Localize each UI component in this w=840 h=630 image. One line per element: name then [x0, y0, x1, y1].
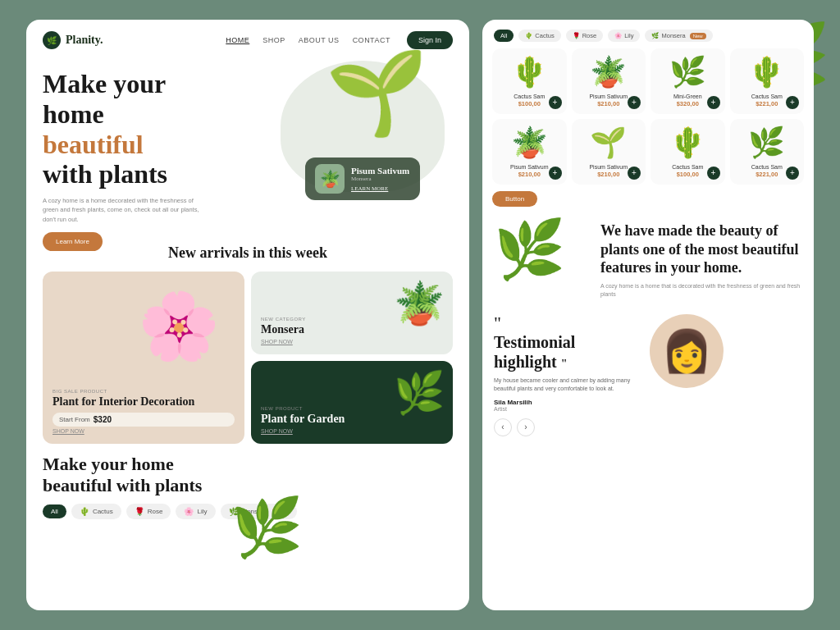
- top-filter-rose-icon: 🌹: [573, 32, 580, 39]
- product-card-0: 🌵 Cactus Sam $100,00 +: [492, 48, 567, 114]
- bottom-title-1: Make your home: [43, 454, 174, 474]
- hero-text: Make your home beautiful with plants A c…: [43, 69, 207, 251]
- testimonial-title: Testimonial highlight ": [494, 332, 641, 372]
- top-filter-monsera-label: Monsera: [661, 32, 685, 39]
- top-filter-rose[interactable]: 🌹 Rose: [566, 30, 604, 42]
- testimonial-prev-button[interactable]: ‹: [494, 418, 512, 436]
- product-img-7: 🌿: [735, 126, 800, 160]
- top-filter-cactus-label: Cactus: [535, 32, 554, 39]
- monsera-icon: 🌿: [229, 507, 239, 516]
- bottom-title-2: beautiful with plants: [43, 475, 202, 495]
- product-card-4: 🪴 Pisum Sativum $210,00 +: [492, 119, 567, 185]
- filter-tab-rose-label: Rose: [148, 508, 163, 515]
- add-btn-3[interactable]: +: [786, 96, 799, 109]
- add-btn-2[interactable]: +: [707, 96, 720, 109]
- product-card-1: 🪴 Pisum Sativum $210,00 +: [572, 48, 646, 114]
- add-btn-6[interactable]: +: [707, 167, 720, 180]
- brand-logo[interactable]: 🌿 Planity.: [43, 31, 103, 49]
- nav-shop[interactable]: SHOP: [262, 36, 285, 44]
- testimonial-next-button[interactable]: ›: [517, 418, 535, 436]
- testimonial-title-2: highlight: [494, 353, 557, 371]
- product-card-7: 🌿 Cactus Sam $221,00 +: [730, 119, 805, 185]
- product-card-6: 🌵 Cactus Sam $100,00 +: [651, 119, 725, 185]
- hero-description: A cozy home is a home decorated with the…: [43, 196, 207, 224]
- testimonial-nav: ‹ ›: [494, 418, 641, 436]
- hero-title-line3: with plants: [43, 159, 167, 189]
- bottom-section: Make your home beautiful with plants All…: [26, 444, 469, 526]
- price-value: $320: [94, 415, 112, 424]
- quote-close-icon: ": [561, 358, 568, 370]
- quote-open-icon: ": [494, 314, 641, 332]
- hero-title-line2: home: [43, 99, 104, 129]
- left-panel: 🌿 Planity. HOME SHOP ABOUT US CONTACT Si…: [26, 20, 469, 610]
- filter-tab-lily[interactable]: 🌸 Lily: [176, 504, 215, 519]
- arrival-badge-0: Big Sale Product: [52, 389, 235, 394]
- shop-now-2[interactable]: SHOP NOW: [261, 428, 443, 434]
- hero-title: Make your home beautiful with plants: [43, 69, 207, 189]
- beauty-description: A cozy home is a home that is decorated …: [600, 282, 802, 299]
- promo-area: Button: [482, 185, 814, 213]
- top-filter-cactus[interactable]: 🌵 Cactus: [518, 30, 560, 42]
- right-panel: All 🌵 Cactus 🌹 Rose 🌸 Lily 🌿 Monsera New: [482, 20, 814, 610]
- filter-tab-lily-label: Lily: [197, 508, 207, 515]
- filter-tab-rose[interactable]: 🌹 Rose: [126, 504, 171, 519]
- pisum-name: Pisum Sativum: [351, 166, 409, 176]
- brand-name: Planity.: [66, 34, 103, 47]
- top-filter-lily-label: Lily: [624, 32, 633, 39]
- hero-title-highlight: beautiful: [43, 130, 144, 159]
- nav-home[interactable]: HOME: [226, 36, 249, 44]
- filter-tabs: All 🌵 Cactus 🌹 Rose 🌸 Lily 🌿 Monsera: [43, 504, 453, 519]
- top-filter-monsera-icon: 🌿: [651, 32, 659, 39]
- arrivals-grid: 🌸 Big Sale Product Plant for Interior De…: [43, 272, 453, 444]
- price-badge: Start From $320: [52, 413, 235, 427]
- product-card-2: 🌿 Mini-Green $320,00 +: [651, 48, 725, 114]
- shop-now-0[interactable]: SHOP NOW: [52, 428, 235, 434]
- product-card-5: 🌱 Pisum Sativum $210,00 +: [572, 119, 646, 185]
- top-new-badge: New: [690, 33, 706, 39]
- arrival-name-0: Plant for Interior Decoration: [52, 395, 235, 409]
- rose-icon: 🌹: [135, 507, 144, 516]
- hero-title-line1: Make your: [43, 69, 166, 98]
- arrival-card-interior: 🌸 Big Sale Product Plant for Interior De…: [43, 272, 244, 444]
- pisum-learn-more[interactable]: LEARN MORE: [351, 185, 409, 192]
- top-filter-rose-label: Rose: [582, 32, 597, 39]
- testimonial-author: Sila Marsilih: [494, 399, 641, 406]
- learn-more-button[interactable]: Learn More: [43, 232, 103, 251]
- filter-tab-all-label: All: [51, 508, 58, 515]
- filter-tab-cactus[interactable]: 🌵 Cactus: [71, 504, 121, 519]
- shop-now-1[interactable]: SHOP NOW: [261, 339, 443, 345]
- product-card-3: 🌵 Cactus Sam $221,00 +: [730, 48, 805, 114]
- add-btn-4[interactable]: +: [549, 167, 562, 180]
- bottom-title: Make your home beautiful with plants: [43, 454, 453, 497]
- testimonial-avatar: 👩: [650, 314, 724, 388]
- top-filter-all-label: All: [500, 32, 507, 39]
- testimonial-title-1: Testimonial: [494, 333, 575, 351]
- nav-contact[interactable]: CONTACT: [353, 36, 390, 44]
- product-img-6: 🌵: [655, 126, 720, 160]
- add-btn-1[interactable]: +: [628, 96, 641, 109]
- nav-about[interactable]: ABOUT US: [299, 36, 340, 44]
- new-arrivals-section: New arrivals in this week 🌸 Big Sale Pro…: [26, 233, 469, 444]
- arrival-plant-big: 🌸: [138, 288, 220, 365]
- testimonial-role: Artist: [494, 406, 641, 412]
- add-btn-0[interactable]: +: [549, 96, 562, 109]
- top-filter-all[interactable]: All: [494, 30, 514, 42]
- testimonial-quote: My house became cooler and calmer by add…: [494, 377, 641, 394]
- product-grid: 🌵 Cactus Sam $100,00 + 🪴 Pisum Sativum $…: [482, 48, 814, 185]
- arrival-plant-monsera: 🪴: [394, 280, 445, 327]
- promo-button[interactable]: Button: [492, 191, 537, 207]
- beauty-section: 🌿 We have made the beauty of plants one …: [482, 213, 814, 308]
- top-filter-monsera[interactable]: 🌿 Monsera New: [645, 30, 712, 42]
- product-img-0: 🌵: [497, 55, 562, 89]
- filter-tab-monsera[interactable]: 🌿 Monsera New: [221, 504, 297, 519]
- filter-tab-all[interactable]: All: [43, 504, 66, 518]
- lily-icon: 🌸: [184, 507, 194, 516]
- pisum-card-text: Pisum Sativum Monsera LEARN MORE: [351, 166, 409, 192]
- hero-section: Make your home beautiful with plants A c…: [26, 61, 469, 233]
- price-label: Start From: [59, 416, 90, 423]
- product-img-5: 🌱: [577, 126, 641, 160]
- top-filter-lily[interactable]: 🌸 Lily: [608, 30, 640, 42]
- product-img-3: 🌵: [735, 55, 800, 89]
- cactus-icon: 🌵: [80, 507, 89, 516]
- nav-links: HOME SHOP ABOUT US CONTACT: [226, 36, 390, 44]
